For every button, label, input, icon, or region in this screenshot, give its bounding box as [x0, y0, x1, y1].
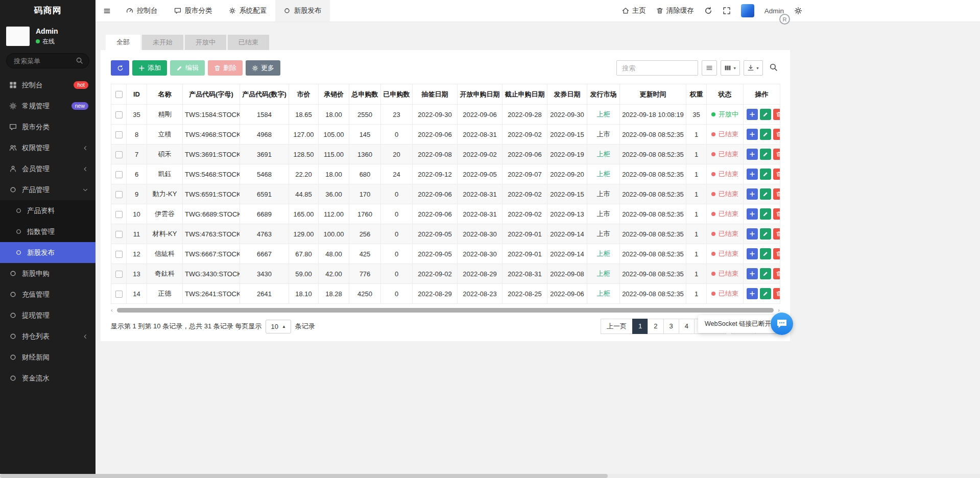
user-avatar[interactable]	[6, 27, 30, 46]
sidebar-item[interactable]: 权限管理	[0, 137, 95, 158]
edit-row-button[interactable]	[760, 208, 771, 220]
market-link[interactable]: 上市	[597, 210, 610, 218]
row-checkbox[interactable]	[115, 211, 123, 218]
navbar-item[interactable]: 控制台	[118, 0, 166, 21]
sidebar-item[interactable]: 常规管理new	[0, 95, 95, 116]
expand-row-button[interactable]	[747, 288, 758, 299]
delete-row-button[interactable]	[773, 149, 780, 160]
expand-row-button[interactable]	[747, 129, 758, 140]
edit-row-button[interactable]	[760, 109, 771, 120]
expand-row-button[interactable]	[747, 149, 758, 160]
delete-row-button[interactable]	[773, 288, 780, 299]
row-checkbox[interactable]	[115, 271, 123, 278]
page-size-select[interactable]: 10 ▲	[266, 320, 291, 333]
page-number-button[interactable]: 2	[648, 319, 663, 334]
export-button[interactable]: ▼	[744, 60, 763, 76]
edit-row-button[interactable]	[760, 149, 771, 160]
market-link[interactable]: 上柜	[597, 170, 610, 178]
expand-row-button[interactable]	[747, 208, 758, 220]
select-all-checkbox[interactable]	[115, 91, 123, 98]
refresh-table-button[interactable]	[111, 60, 129, 76]
sidebar-item[interactable]: 控制台hot	[0, 75, 95, 95]
page-number-button[interactable]: 4	[679, 319, 695, 334]
row-checkbox[interactable]	[115, 131, 123, 138]
columns-toggle-button[interactable]: ▼	[721, 60, 740, 76]
navbar-item[interactable]: 系统配置	[221, 0, 275, 21]
expand-row-button[interactable]	[747, 188, 758, 200]
delete-row-button[interactable]	[773, 169, 780, 180]
horizontal-scrollbar[interactable]: ‹ ›	[111, 307, 780, 314]
scroll-left-arrow[interactable]: ‹	[111, 307, 113, 314]
fullscreen-button[interactable]	[723, 7, 731, 15]
expand-row-button[interactable]	[747, 248, 758, 259]
clear-cache-link[interactable]: 清除缓存	[656, 6, 694, 15]
settings-gear-button[interactable]	[794, 7, 802, 15]
market-link[interactable]: 上市	[597, 190, 610, 198]
delete-row-button[interactable]	[773, 109, 780, 120]
sidebar-item[interactable]: 产品管理	[0, 179, 95, 200]
card-view-button[interactable]	[702, 60, 717, 76]
page-scrollbar-thumb[interactable]	[0, 474, 608, 478]
prev-page-button[interactable]: 上一页	[601, 319, 633, 334]
delete-row-button[interactable]	[773, 208, 780, 220]
delete-row-button[interactable]	[773, 188, 780, 200]
edit-row-button[interactable]	[760, 248, 771, 259]
page-number-button[interactable]: 1	[632, 319, 648, 334]
sidebar-item[interactable]: 充值管理	[0, 284, 95, 305]
sidebar-item[interactable]: 新股申购	[0, 263, 95, 284]
market-link[interactable]: 上柜	[597, 150, 610, 158]
sidebar-item[interactable]: 财经新闻	[0, 347, 95, 368]
navbar-username[interactable]: Admin	[764, 7, 784, 15]
expand-row-button[interactable]	[747, 169, 758, 180]
row-checkbox[interactable]	[115, 191, 123, 198]
market-link[interactable]: 上市	[597, 230, 610, 237]
status-tab[interactable]: 未开始	[142, 35, 183, 50]
expand-row-button[interactable]	[747, 109, 758, 120]
sidebar-item[interactable]: 股市分类	[0, 116, 95, 137]
delete-row-button[interactable]	[773, 228, 780, 240]
add-button[interactable]: 添加	[132, 60, 167, 76]
row-checkbox[interactable]	[115, 151, 123, 158]
delete-row-button[interactable]	[773, 129, 780, 140]
sidebar-item[interactable]: 新股发布	[0, 242, 95, 263]
edit-button[interactable]: 编辑	[170, 60, 205, 76]
status-tab[interactable]: 已结束	[228, 35, 269, 50]
row-checkbox[interactable]	[115, 111, 123, 118]
edit-row-button[interactable]	[760, 228, 771, 240]
edit-row-button[interactable]	[760, 268, 771, 279]
delete-row-button[interactable]	[773, 248, 780, 259]
market-link[interactable]: 上柜	[597, 290, 610, 297]
row-checkbox[interactable]	[115, 231, 123, 238]
navbar-item[interactable]: 新股发布	[275, 0, 330, 21]
navbar-item[interactable]: 股市分类	[166, 0, 221, 21]
status-tab[interactable]: 全部	[106, 35, 140, 50]
scrollbar-thumb[interactable]	[117, 308, 774, 313]
edit-row-button[interactable]	[760, 169, 771, 180]
sidebar-item[interactable]: 会员管理	[0, 158, 95, 179]
sidebar-item[interactable]: 产品资料	[0, 200, 95, 221]
chat-widget-button[interactable]	[771, 313, 793, 335]
expand-row-button[interactable]	[747, 228, 758, 240]
advanced-search-button[interactable]	[767, 61, 780, 75]
edit-row-button[interactable]	[760, 188, 771, 200]
row-checkbox[interactable]	[115, 291, 123, 298]
edit-row-button[interactable]	[760, 288, 771, 299]
sidebar-item[interactable]: 提现管理	[0, 305, 95, 326]
more-button[interactable]: 更多	[246, 60, 280, 76]
market-link[interactable]: 上市	[597, 130, 610, 138]
delete-row-button[interactable]	[773, 268, 780, 279]
edit-row-button[interactable]	[760, 129, 771, 140]
market-link[interactable]: 上柜	[597, 270, 610, 277]
menu-toggle-button[interactable]	[95, 0, 118, 21]
market-link[interactable]: 上柜	[597, 250, 610, 257]
page-scrollbar[interactable]	[0, 474, 980, 478]
sidebar-item[interactable]: 持仓列表	[0, 326, 95, 347]
navbar-avatar[interactable]	[741, 4, 754, 17]
page-number-button[interactable]: 3	[663, 319, 679, 334]
table-search-input[interactable]	[616, 60, 698, 76]
refresh-page-button[interactable]	[704, 7, 712, 15]
home-link[interactable]: 主页	[622, 6, 646, 15]
sidebar-item[interactable]: 指数管理	[0, 221, 95, 242]
delete-button[interactable]: 删除	[208, 60, 243, 76]
row-checkbox[interactable]	[115, 171, 123, 178]
